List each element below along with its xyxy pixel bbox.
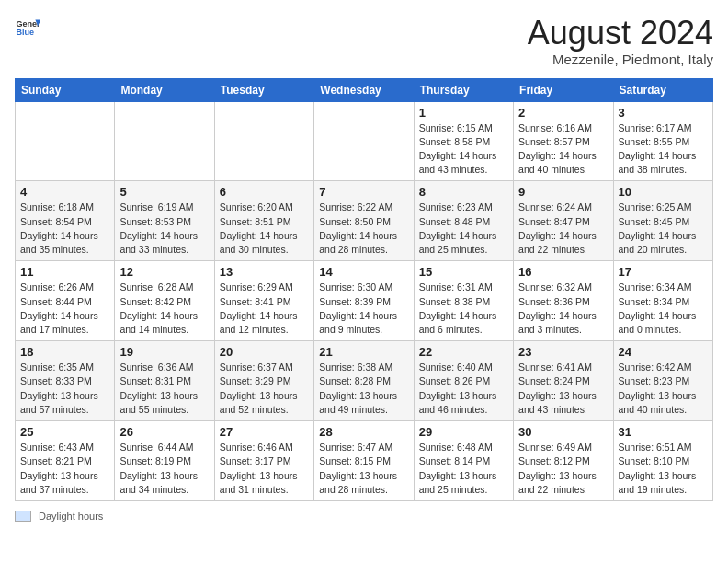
calendar-cell: 25Sunrise: 6:43 AM Sunset: 8:21 PM Dayli… bbox=[16, 421, 115, 501]
day-info: Sunrise: 6:24 AM Sunset: 8:47 PM Dayligh… bbox=[518, 201, 608, 257]
title-block: August 2024 Mezzenile, Piedmont, Italy bbox=[528, 15, 713, 67]
day-info: Sunrise: 6:28 AM Sunset: 8:42 PM Dayligh… bbox=[119, 281, 209, 337]
calendar-cell: 3Sunrise: 6:17 AM Sunset: 8:55 PM Daylig… bbox=[613, 101, 712, 181]
week-row: 1Sunrise: 6:15 AM Sunset: 8:58 PM Daylig… bbox=[16, 101, 713, 181]
day-info: Sunrise: 6:37 AM Sunset: 8:29 PM Dayligh… bbox=[220, 361, 309, 417]
calendar-cell: 26Sunrise: 6:44 AM Sunset: 8:19 PM Dayli… bbox=[115, 421, 214, 501]
calendar-cell: 16Sunrise: 6:32 AM Sunset: 8:36 PM Dayli… bbox=[514, 261, 613, 341]
day-header-friday: Friday bbox=[514, 78, 613, 101]
daylight-legend-box bbox=[15, 511, 31, 522]
footer: Daylight hours bbox=[15, 511, 713, 522]
day-header-sunday: Sunday bbox=[16, 78, 115, 101]
day-number: 13 bbox=[220, 265, 309, 279]
day-number: 4 bbox=[20, 185, 109, 199]
calendar-cell: 10Sunrise: 6:25 AM Sunset: 8:45 PM Dayli… bbox=[613, 181, 712, 261]
calendar-cell: 19Sunrise: 6:36 AM Sunset: 8:31 PM Dayli… bbox=[115, 341, 214, 421]
day-info: Sunrise: 6:38 AM Sunset: 8:28 PM Dayligh… bbox=[319, 361, 408, 417]
calendar-cell: 6Sunrise: 6:20 AM Sunset: 8:51 PM Daylig… bbox=[214, 181, 313, 261]
day-number: 22 bbox=[419, 345, 508, 359]
day-number: 17 bbox=[619, 265, 708, 279]
day-info: Sunrise: 6:41 AM Sunset: 8:24 PM Dayligh… bbox=[518, 361, 608, 417]
day-info: Sunrise: 6:46 AM Sunset: 8:17 PM Dayligh… bbox=[220, 441, 309, 497]
calendar-subtitle: Mezzenile, Piedmont, Italy bbox=[528, 52, 713, 67]
calendar-cell: 21Sunrise: 6:38 AM Sunset: 8:28 PM Dayli… bbox=[314, 341, 414, 421]
calendar-cell bbox=[115, 101, 214, 181]
calendar-cell: 4Sunrise: 6:18 AM Sunset: 8:54 PM Daylig… bbox=[16, 181, 115, 261]
calendar-cell: 30Sunrise: 6:49 AM Sunset: 8:12 PM Dayli… bbox=[514, 421, 613, 501]
day-info: Sunrise: 6:35 AM Sunset: 8:33 PM Dayligh… bbox=[20, 361, 109, 417]
day-info: Sunrise: 6:40 AM Sunset: 8:26 PM Dayligh… bbox=[419, 361, 508, 417]
day-number: 2 bbox=[518, 106, 608, 120]
day-info: Sunrise: 6:44 AM Sunset: 8:19 PM Dayligh… bbox=[119, 441, 209, 497]
page-header: General Blue August 2024 Mezzenile, Pied… bbox=[15, 15, 713, 67]
day-header-tuesday: Tuesday bbox=[214, 78, 313, 101]
day-header-wednesday: Wednesday bbox=[314, 78, 414, 101]
calendar-cell: 9Sunrise: 6:24 AM Sunset: 8:47 PM Daylig… bbox=[514, 181, 613, 261]
day-number: 1 bbox=[419, 106, 508, 120]
day-info: Sunrise: 6:17 AM Sunset: 8:55 PM Dayligh… bbox=[619, 121, 708, 178]
week-row: 25Sunrise: 6:43 AM Sunset: 8:21 PM Dayli… bbox=[16, 421, 713, 501]
day-info: Sunrise: 6:36 AM Sunset: 8:31 PM Dayligh… bbox=[119, 361, 209, 417]
calendar-cell: 18Sunrise: 6:35 AM Sunset: 8:33 PM Dayli… bbox=[16, 341, 115, 421]
calendar-cell: 1Sunrise: 6:15 AM Sunset: 8:58 PM Daylig… bbox=[414, 101, 513, 181]
calendar-cell: 7Sunrise: 6:22 AM Sunset: 8:50 PM Daylig… bbox=[314, 181, 414, 261]
calendar-header: SundayMondayTuesdayWednesdayThursdayFrid… bbox=[16, 78, 713, 101]
day-info: Sunrise: 6:19 AM Sunset: 8:53 PM Dayligh… bbox=[119, 201, 209, 257]
day-number: 31 bbox=[619, 425, 708, 439]
week-row: 4Sunrise: 6:18 AM Sunset: 8:54 PM Daylig… bbox=[16, 181, 713, 261]
day-number: 16 bbox=[518, 265, 608, 279]
day-number: 10 bbox=[619, 185, 708, 199]
day-info: Sunrise: 6:30 AM Sunset: 8:39 PM Dayligh… bbox=[319, 281, 408, 337]
day-number: 24 bbox=[619, 345, 708, 359]
day-info: Sunrise: 6:26 AM Sunset: 8:44 PM Dayligh… bbox=[20, 281, 109, 337]
day-info: Sunrise: 6:34 AM Sunset: 8:34 PM Dayligh… bbox=[619, 281, 708, 337]
day-number: 26 bbox=[119, 425, 209, 439]
day-info: Sunrise: 6:43 AM Sunset: 8:21 PM Dayligh… bbox=[20, 441, 109, 497]
day-number: 19 bbox=[119, 345, 209, 359]
day-info: Sunrise: 6:48 AM Sunset: 8:14 PM Dayligh… bbox=[419, 441, 508, 497]
calendar-cell bbox=[214, 101, 313, 181]
calendar-cell: 20Sunrise: 6:37 AM Sunset: 8:29 PM Dayli… bbox=[214, 341, 313, 421]
day-number: 23 bbox=[518, 345, 608, 359]
day-info: Sunrise: 6:29 AM Sunset: 8:41 PM Dayligh… bbox=[220, 281, 309, 337]
day-number: 3 bbox=[619, 106, 708, 120]
calendar-cell: 28Sunrise: 6:47 AM Sunset: 8:15 PM Dayli… bbox=[314, 421, 414, 501]
day-number: 18 bbox=[20, 345, 109, 359]
day-number: 21 bbox=[319, 345, 408, 359]
calendar-cell: 15Sunrise: 6:31 AM Sunset: 8:38 PM Dayli… bbox=[414, 261, 513, 341]
day-info: Sunrise: 6:15 AM Sunset: 8:58 PM Dayligh… bbox=[419, 121, 508, 178]
calendar-table: SundayMondayTuesdayWednesdayThursdayFrid… bbox=[15, 78, 713, 501]
day-header-thursday: Thursday bbox=[414, 78, 513, 101]
calendar-cell: 23Sunrise: 6:41 AM Sunset: 8:24 PM Dayli… bbox=[514, 341, 613, 421]
logo-icon: General Blue bbox=[15, 15, 40, 40]
day-number: 6 bbox=[220, 185, 309, 199]
day-info: Sunrise: 6:31 AM Sunset: 8:38 PM Dayligh… bbox=[419, 281, 508, 337]
day-info: Sunrise: 6:20 AM Sunset: 8:51 PM Dayligh… bbox=[220, 201, 309, 257]
calendar-cell: 24Sunrise: 6:42 AM Sunset: 8:23 PM Dayli… bbox=[613, 341, 712, 421]
day-number: 7 bbox=[319, 185, 408, 199]
calendar-cell: 17Sunrise: 6:34 AM Sunset: 8:34 PM Dayli… bbox=[613, 261, 712, 341]
day-number: 14 bbox=[319, 265, 408, 279]
calendar-cell: 8Sunrise: 6:23 AM Sunset: 8:48 PM Daylig… bbox=[414, 181, 513, 261]
calendar-cell: 22Sunrise: 6:40 AM Sunset: 8:26 PM Dayli… bbox=[414, 341, 513, 421]
day-number: 27 bbox=[220, 425, 309, 439]
day-info: Sunrise: 6:25 AM Sunset: 8:45 PM Dayligh… bbox=[619, 201, 708, 257]
day-header-saturday: Saturday bbox=[613, 78, 712, 101]
calendar-cell: 11Sunrise: 6:26 AM Sunset: 8:44 PM Dayli… bbox=[16, 261, 115, 341]
calendar-cell: 27Sunrise: 6:46 AM Sunset: 8:17 PM Dayli… bbox=[214, 421, 313, 501]
day-number: 15 bbox=[419, 265, 508, 279]
day-info: Sunrise: 6:23 AM Sunset: 8:48 PM Dayligh… bbox=[419, 201, 508, 257]
calendar-cell: 29Sunrise: 6:48 AM Sunset: 8:14 PM Dayli… bbox=[414, 421, 513, 501]
day-header-monday: Monday bbox=[115, 78, 214, 101]
day-info: Sunrise: 6:22 AM Sunset: 8:50 PM Dayligh… bbox=[319, 201, 408, 257]
day-info: Sunrise: 6:51 AM Sunset: 8:10 PM Dayligh… bbox=[619, 441, 708, 497]
week-row: 18Sunrise: 6:35 AM Sunset: 8:33 PM Dayli… bbox=[16, 341, 713, 421]
day-info: Sunrise: 6:42 AM Sunset: 8:23 PM Dayligh… bbox=[619, 361, 708, 417]
svg-text:Blue: Blue bbox=[16, 28, 34, 37]
calendar-cell: 13Sunrise: 6:29 AM Sunset: 8:41 PM Dayli… bbox=[214, 261, 313, 341]
calendar-cell bbox=[16, 101, 115, 181]
day-number: 30 bbox=[518, 425, 608, 439]
day-number: 8 bbox=[419, 185, 508, 199]
calendar-cell: 2Sunrise: 6:16 AM Sunset: 8:57 PM Daylig… bbox=[514, 101, 613, 181]
calendar-cell: 12Sunrise: 6:28 AM Sunset: 8:42 PM Dayli… bbox=[115, 261, 214, 341]
